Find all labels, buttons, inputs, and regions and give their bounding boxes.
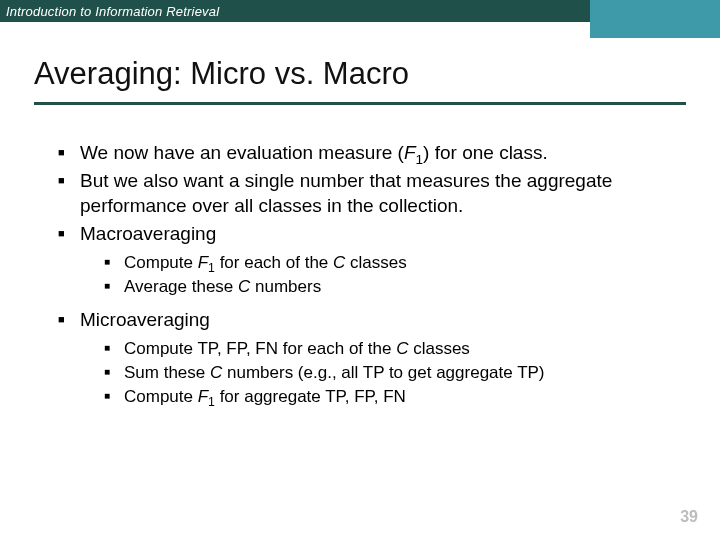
sub-bullet-item: Compute F1 for each of the C classes (104, 252, 668, 274)
text: Macroaveraging (80, 223, 216, 244)
text: Microaveraging (80, 309, 210, 330)
sub-bullet-item: Average these C numbers (104, 276, 668, 298)
sub-1: 1 (416, 152, 424, 167)
sub-bullet-list: Compute F1 for each of the C classes Ave… (104, 252, 668, 298)
slide-title: Averaging: Micro vs. Macro (34, 56, 720, 92)
text: classes (345, 253, 406, 272)
sub-bullet-item: Sum these C numbers (e.g., all TP to get… (104, 362, 668, 384)
text: Compute (124, 387, 198, 406)
text: numbers (250, 277, 321, 296)
page-number: 39 (680, 508, 698, 526)
bullet-item: But we also want a single number that me… (58, 169, 668, 218)
text: Sum these (124, 363, 210, 382)
sub-bullet-item: Compute F1 for aggregate TP, FP, FN (104, 386, 668, 408)
sub-1: 1 (208, 395, 215, 409)
var-F: F (198, 253, 208, 272)
var-F: F (404, 142, 416, 163)
var-C: C (210, 363, 222, 382)
text: for aggregate TP, FP, FN (215, 387, 406, 406)
text: numbers (e.g., all TP to get aggregate T… (222, 363, 544, 382)
text: Compute TP, FP, FN for each of the (124, 339, 396, 358)
var-C: C (238, 277, 250, 296)
content: We now have an evaluation measure (F1) f… (0, 105, 720, 407)
sub-bullet-list: Compute TP, FP, FN for each of the C cla… (104, 338, 668, 407)
bullet-item: Macroaveraging Compute F1 for each of th… (58, 222, 668, 298)
text: But we also want a single number that me… (80, 170, 612, 215)
text: Average these (124, 277, 238, 296)
bullet-item: Microaveraging Compute TP, FP, FN for ea… (58, 308, 668, 408)
text: Compute (124, 253, 198, 272)
var-C: C (396, 339, 408, 358)
course-title: Introduction to Information Retrieval (0, 4, 219, 19)
sub-1: 1 (208, 262, 215, 276)
text: ) for one class. (423, 142, 548, 163)
text: classes (408, 339, 469, 358)
bullet-item: We now have an evaluation measure (F1) f… (58, 141, 668, 165)
var-F: F (198, 387, 208, 406)
text: We now have an evaluation measure ( (80, 142, 404, 163)
sub-bullet-item: Compute TP, FP, FN for each of the C cla… (104, 338, 668, 360)
var-C: C (333, 253, 345, 272)
bullet-list: We now have an evaluation measure (F1) f… (58, 141, 668, 407)
slide: Introduction to Information Retrieval Av… (0, 0, 720, 540)
accent-block (590, 0, 720, 38)
text: for each of the (215, 253, 333, 272)
